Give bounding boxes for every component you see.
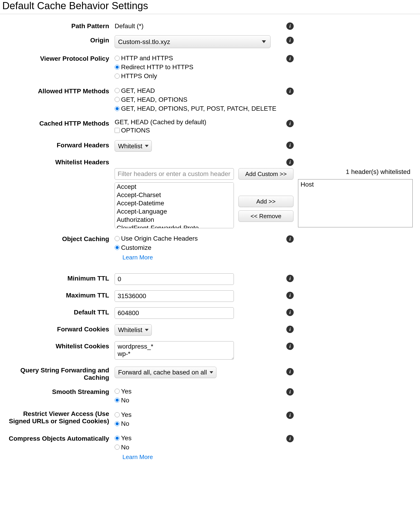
forward-cookies-select[interactable]: Whitelist xyxy=(115,324,152,336)
label-viewer-protocol: Viewer Protocol Policy xyxy=(0,54,115,62)
path-pattern-value: Default (*) xyxy=(115,21,282,30)
label-path-pattern: Path Pattern xyxy=(0,21,115,30)
info-icon[interactable]: i xyxy=(286,159,294,166)
radio-customize[interactable] xyxy=(115,245,120,250)
info-icon[interactable]: i xyxy=(286,368,294,375)
label-object-caching: Object Caching xyxy=(0,234,115,243)
info-icon[interactable]: i xyxy=(286,37,294,44)
radio-smooth-yes[interactable] xyxy=(115,389,120,394)
label-forward-cookies: Forward Cookies xyxy=(0,324,115,333)
radio-label: Use Origin Cache Headers xyxy=(121,234,198,243)
min-ttl-input[interactable] xyxy=(115,273,234,285)
checkbox-label: OPTIONS xyxy=(121,126,150,135)
radio-restrict-yes[interactable] xyxy=(115,412,120,417)
whitelisted-header-item[interactable]: Host xyxy=(301,181,410,188)
whitelisted-headers-box[interactable]: Host xyxy=(298,179,413,227)
max-ttl-input[interactable] xyxy=(115,290,234,302)
info-icon[interactable]: i xyxy=(286,142,294,149)
info-icon[interactable]: i xyxy=(286,309,294,316)
radio-all-methods[interactable] xyxy=(115,106,120,111)
remove-header-button[interactable]: << Remove xyxy=(238,210,294,222)
label-smooth-streaming: Smooth Streaming xyxy=(0,387,115,396)
radio-label: Customize xyxy=(121,243,151,252)
info-icon[interactable]: i xyxy=(286,275,294,282)
default-ttl-input[interactable] xyxy=(115,307,234,319)
label-max-ttl: Maximum TTL xyxy=(0,290,115,299)
learn-more-link[interactable]: Learn More xyxy=(123,254,153,261)
info-icon[interactable]: i xyxy=(286,388,294,396)
radio-origin-headers[interactable] xyxy=(115,236,120,241)
info-icon[interactable]: i xyxy=(286,412,294,419)
label-query-string: Query String Forwarding and Caching xyxy=(0,367,115,381)
radio-label: No xyxy=(121,396,129,405)
radio-redirect-http-https[interactable] xyxy=(115,65,120,70)
info-icon[interactable]: i xyxy=(286,120,294,127)
info-icon[interactable]: i xyxy=(286,235,294,243)
info-icon[interactable]: i xyxy=(286,292,294,299)
radio-label: No xyxy=(121,419,129,428)
forward-headers-select[interactable]: Whitelist xyxy=(115,140,152,152)
label-whitelist-headers: Whitelist Headers xyxy=(0,157,115,166)
info-icon[interactable]: i xyxy=(286,326,294,333)
label-restrict-viewer: Restrict Viewer Access (Use Signed URLs … xyxy=(0,410,115,425)
label-default-ttl: Default TTL xyxy=(0,307,115,316)
radio-label: GET, HEAD, OPTIONS xyxy=(121,95,187,104)
info-icon[interactable]: i xyxy=(286,23,294,30)
checkbox-options[interactable] xyxy=(115,128,120,133)
info-icon[interactable]: i xyxy=(286,435,294,442)
radio-label: Yes xyxy=(121,433,132,443)
radio-compress-yes[interactable] xyxy=(115,436,120,441)
label-forward-headers: Forward Headers xyxy=(0,140,115,149)
radio-restrict-no[interactable] xyxy=(115,421,120,426)
radio-label: No xyxy=(121,443,129,452)
filter-headers-input[interactable] xyxy=(115,168,234,180)
label-allowed-methods: Allowed HTTP Methods xyxy=(0,86,115,95)
query-string-select[interactable]: Forward all, cache based on all xyxy=(115,367,216,378)
radio-compress-no[interactable] xyxy=(115,444,120,450)
available-headers-list[interactable]: Accept Accept-Charset Accept-Datetime Ac… xyxy=(115,182,234,228)
radio-https-only[interactable] xyxy=(115,73,120,79)
radio-label: GET, HEAD xyxy=(121,86,155,95)
learn-more-link[interactable]: Learn More xyxy=(123,454,153,461)
label-min-ttl: Minimum TTL xyxy=(0,273,115,282)
radio-label: Yes xyxy=(121,387,132,396)
section-divider xyxy=(0,14,420,14)
label-origin: Origin xyxy=(0,35,115,44)
label-cached-methods: Cached HTTP Methods xyxy=(0,119,115,127)
page-title: Default Cache Behavior Settings xyxy=(2,0,420,12)
whitelist-cookies-input[interactable]: wordpress_* wp-* xyxy=(115,341,234,360)
label-whitelist-cookies: Whitelist Cookies xyxy=(0,341,115,350)
radio-label: HTTPS Only xyxy=(121,72,157,80)
radio-get-head[interactable] xyxy=(115,88,120,93)
cached-default-text: GET, HEAD (Cached by default) xyxy=(115,119,282,126)
radio-label: Yes xyxy=(121,410,132,419)
info-icon[interactable]: i xyxy=(286,55,294,62)
radio-label: GET, HEAD, OPTIONS, PUT, POST, PATCH, DE… xyxy=(121,104,276,113)
radio-http-and-https[interactable] xyxy=(115,56,120,61)
radio-get-head-options[interactable] xyxy=(115,97,120,102)
origin-select[interactable]: Custom-ssl.tlo.xyz xyxy=(115,35,271,48)
info-icon[interactable]: i xyxy=(286,343,294,350)
add-custom-button[interactable]: Add Custom >> xyxy=(238,168,294,180)
whitelist-count: 1 header(s) whitelisted xyxy=(298,168,413,176)
radio-label: HTTP and HTTPS xyxy=(121,54,173,62)
radio-label: Redirect HTTP to HTTPS xyxy=(121,62,193,72)
radio-smooth-no[interactable] xyxy=(115,398,120,403)
add-header-button[interactable]: Add >> xyxy=(238,196,294,207)
info-icon[interactable]: i xyxy=(286,87,294,95)
label-compress: Compress Objects Automatically xyxy=(0,433,115,442)
